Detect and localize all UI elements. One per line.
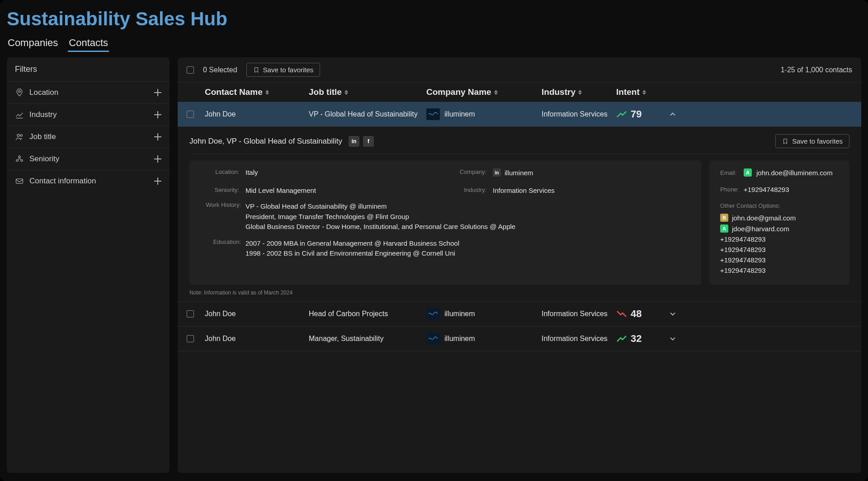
filter-label: Industry bbox=[29, 110, 57, 119]
grade-badge: A bbox=[720, 224, 728, 233]
work-item: VP - Global Head of Sustainability @ ill… bbox=[245, 201, 690, 212]
selected-count: 0 Selected bbox=[203, 66, 237, 74]
chevron-down-icon bbox=[668, 309, 677, 318]
col-contact-name[interactable]: Contact Name bbox=[205, 87, 309, 97]
other-email-value: john.doe@gmail.com bbox=[732, 214, 796, 222]
table-header: Contact Name Job title Company Name Indu… bbox=[178, 83, 861, 102]
cell-name: John Doe bbox=[205, 110, 309, 118]
col-industry[interactable]: Industry bbox=[542, 87, 616, 97]
filter-contact-info[interactable]: Contact information bbox=[7, 170, 170, 192]
cell-industry: Information Services bbox=[542, 110, 616, 118]
table-row[interactable]: John Doe Head of Carbon Projects illumin… bbox=[178, 302, 861, 327]
bookmark-icon bbox=[253, 67, 259, 73]
cell-name: John Doe bbox=[205, 310, 309, 318]
other-phone: +19294748293 bbox=[720, 246, 839, 253]
lbl-phone: Phone: bbox=[720, 186, 739, 193]
cell-industry: Information Services bbox=[542, 310, 616, 318]
lbl-seniority: Seniority: bbox=[200, 187, 241, 194]
sort-icon bbox=[642, 90, 646, 95]
lbl-industry: Industry: bbox=[448, 187, 488, 194]
other-phone: +19294748293 bbox=[720, 256, 839, 264]
lbl-location: Location: bbox=[200, 168, 241, 177]
cell-industry: Information Services bbox=[542, 335, 616, 343]
people-icon bbox=[15, 132, 24, 141]
col-job-title[interactable]: Job title bbox=[309, 87, 426, 97]
save-label: Save to favorites bbox=[263, 66, 314, 74]
linkedin-icon[interactable]: in bbox=[493, 168, 501, 177]
plus-icon bbox=[154, 133, 161, 140]
filter-location[interactable]: Location bbox=[7, 82, 170, 104]
cell-intent: 79 bbox=[616, 108, 661, 120]
location-icon bbox=[15, 88, 24, 97]
col-intent[interactable]: Intent bbox=[616, 87, 661, 97]
chevron-up-icon bbox=[668, 110, 677, 119]
company-logo bbox=[426, 333, 440, 345]
work-item: Global Business Director - Dow Home, Ins… bbox=[245, 222, 690, 232]
svg-point-3 bbox=[19, 156, 20, 158]
facebook-icon[interactable]: f bbox=[363, 136, 374, 147]
linkedin-icon[interactable]: in bbox=[349, 136, 359, 147]
row-checkbox[interactable] bbox=[187, 111, 194, 118]
lbl-email: Email: bbox=[720, 169, 739, 176]
val-company: in illuminem bbox=[493, 168, 690, 177]
row-checkbox[interactable] bbox=[187, 335, 194, 342]
col-label: Company Name bbox=[426, 87, 491, 97]
chevron-down-icon bbox=[668, 334, 677, 343]
row-detail: John Doe, VP - Global Head of Sustainabi… bbox=[178, 127, 861, 302]
edu-item: 2007 - 2009 MBA in General Management @ … bbox=[245, 238, 690, 249]
svg-point-5 bbox=[21, 159, 23, 161]
filter-label: Location bbox=[29, 88, 58, 97]
plus-icon bbox=[154, 111, 161, 118]
seniority-icon bbox=[15, 154, 24, 163]
filter-industry[interactable]: Industry bbox=[7, 104, 170, 126]
content-panel: 0 Selected Save to favorites 1-25 of 1,0… bbox=[178, 57, 861, 473]
pagination-text: 1-25 of 1,000 contacts bbox=[781, 66, 852, 74]
plus-icon bbox=[154, 89, 161, 96]
other-email: Ajdoe@harvard.com bbox=[720, 224, 839, 233]
table-row[interactable]: John Doe VP - Global Head of Sustainabil… bbox=[178, 102, 861, 127]
company-name: illuminem bbox=[444, 335, 475, 343]
svg-rect-6 bbox=[16, 179, 23, 183]
company-name: illuminem bbox=[505, 169, 533, 177]
val-phone: +19294748293 bbox=[744, 186, 789, 193]
sort-icon bbox=[344, 90, 348, 95]
select-all-checkbox[interactable] bbox=[187, 66, 194, 74]
lbl-work-history: Work History: bbox=[200, 201, 241, 232]
lbl-company: Company: bbox=[448, 168, 488, 177]
other-email: Bjohn.doe@gmail.com bbox=[720, 214, 839, 222]
lbl-education: Education: bbox=[200, 238, 241, 259]
expand-button[interactable] bbox=[668, 334, 677, 343]
save-label: Save to favorites bbox=[792, 137, 843, 145]
save-favorites-button[interactable]: Save to favorites bbox=[246, 63, 321, 77]
val-education: 2007 - 2009 MBA in General Management @ … bbox=[245, 238, 690, 259]
filter-label: Job title bbox=[29, 132, 56, 141]
company-name: illuminem bbox=[444, 310, 475, 318]
cell-title: Head of Carbon Projects bbox=[309, 310, 426, 318]
val-location: Italy bbox=[245, 168, 443, 177]
detail-save-button[interactable]: Save to favorites bbox=[775, 134, 849, 148]
filter-job-title[interactable]: Job title bbox=[7, 126, 170, 148]
cell-name: John Doe bbox=[205, 335, 309, 343]
other-phone: +19294748293 bbox=[720, 266, 839, 274]
tab-contacts[interactable]: Contacts bbox=[68, 35, 109, 52]
filter-seniority[interactable]: Seniority bbox=[7, 148, 170, 170]
grade-badge: A bbox=[744, 168, 752, 177]
cell-company: illuminem bbox=[426, 333, 542, 345]
toolbar: 0 Selected Save to favorites 1-25 of 1,0… bbox=[178, 57, 861, 83]
val-industry: Information Services bbox=[493, 187, 690, 194]
detail-heading: John Doe, VP - Global Head of Sustainabi… bbox=[189, 137, 342, 146]
collapse-button[interactable] bbox=[668, 110, 677, 119]
other-phone: +19294748293 bbox=[720, 235, 839, 243]
val-work-history: VP - Global Head of Sustainability @ ill… bbox=[245, 201, 690, 232]
row-checkbox[interactable] bbox=[187, 310, 194, 318]
intent-value: 32 bbox=[631, 333, 642, 345]
tabs: Companies Contacts bbox=[7, 33, 861, 57]
filter-label: Seniority bbox=[29, 154, 59, 163]
col-company-name[interactable]: Company Name bbox=[426, 87, 542, 97]
expand-button[interactable] bbox=[668, 309, 677, 318]
trend-down-icon bbox=[616, 310, 627, 318]
tab-companies[interactable]: Companies bbox=[7, 35, 59, 52]
table-row[interactable]: John Doe Manager, Sustainability illumin… bbox=[178, 327, 861, 351]
contact-icon bbox=[15, 177, 24, 186]
company-logo bbox=[426, 308, 440, 320]
